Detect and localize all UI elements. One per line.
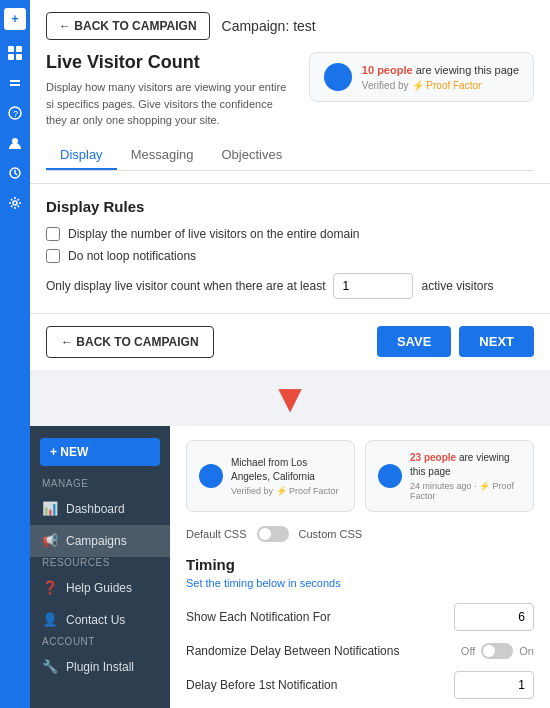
campaigns-nav-icon: 📢 xyxy=(42,533,58,549)
randomize-toggle-group: Off On xyxy=(461,643,534,659)
timing-label-1: Show Each Notification For xyxy=(186,610,454,624)
css-toggle[interactable] xyxy=(257,526,289,542)
timing-row-3: Delay Before 1st Notification xyxy=(186,671,534,699)
display-rules-section: Display Rules Display the number of live… xyxy=(30,184,550,313)
timing-section: Timing Set the timing below in seconds S… xyxy=(186,556,534,709)
help-nav-icon: ❓ xyxy=(42,580,58,596)
timing-row-2: Randomize Delay Between Notifications Of… xyxy=(186,643,534,659)
campaign-title: Campaign: test xyxy=(222,18,316,34)
notif-dot-icon xyxy=(324,63,352,91)
logo-icon: + xyxy=(11,12,18,26)
sidebar-item-help[interactable]: ❓ Help Guides xyxy=(30,572,170,604)
inline-visitor-rule: Only display live visitor count when the… xyxy=(46,273,534,299)
tab-objectives[interactable]: Objectives xyxy=(208,141,297,170)
default-css-label: Default CSS xyxy=(186,528,247,540)
top-action-bar: ← BACK TO CAMPAIGN SAVE NEXT xyxy=(30,313,550,370)
main-content: ← BACK TO CAMPAIGN Campaign: test Live V… xyxy=(30,0,550,708)
notif-card-2-content: 23 people are viewing this page 24 minut… xyxy=(410,451,521,501)
action-buttons: SAVE NEXT xyxy=(377,326,534,357)
plugin-nav-icon: 🔧 xyxy=(42,659,58,675)
contact-nav-label: Contact Us xyxy=(66,613,125,627)
dashboard-icon[interactable] xyxy=(4,42,26,64)
notif-card-1-name: Michael from Los Angeles, California xyxy=(231,456,342,484)
notif-content: 10 people are viewing this page Verified… xyxy=(362,63,519,91)
custom-css-label: Custom CSS xyxy=(299,528,363,540)
timing-input-1[interactable] xyxy=(454,603,534,631)
notif-verified: Verified by ⚡ Proof Factor xyxy=(362,80,519,91)
help-nav-label: Help Guides xyxy=(66,581,132,595)
settings-icon[interactable] xyxy=(4,192,26,214)
manage-label: Manage xyxy=(30,478,170,489)
notif-preview-row: Michael from Los Angeles, California Ver… xyxy=(186,440,534,512)
live-visitor-section: Live Visitor Count Display how many visi… xyxy=(46,52,534,129)
help-icon[interactable]: ? xyxy=(4,102,26,124)
notif-card-2: 23 people are viewing this page 24 minut… xyxy=(365,440,534,512)
notif-card-2-highlight: 23 people xyxy=(410,452,456,463)
notif-highlight: 10 people xyxy=(362,64,413,76)
bottom-section: + NEW Manage 📊 Dashboard 📢 Campaigns Res… xyxy=(30,426,550,709)
checkbox-entire-domain[interactable] xyxy=(46,227,60,241)
dashboard-nav-icon: 📊 xyxy=(42,501,58,517)
sidebar-item-campaigns[interactable]: 📢 Campaigns xyxy=(30,525,170,557)
visitor-count-input[interactable] xyxy=(333,273,413,299)
svg-rect-3 xyxy=(16,54,22,60)
dashboard-nav-label: Dashboard xyxy=(66,502,125,516)
logo[interactable]: + xyxy=(4,8,26,30)
svg-point-8 xyxy=(13,201,17,205)
toggle-on-label: On xyxy=(519,645,534,657)
arrow-section: ▼ xyxy=(30,370,550,426)
timing-label-3: Delay Before 1st Notification xyxy=(186,678,454,692)
timing-subtitle: Set the timing below in seconds xyxy=(186,577,534,589)
display-rules-heading: Display Rules xyxy=(46,198,534,215)
toggle-off-label: Off xyxy=(461,645,475,657)
inline-rule-suffix: active visitors xyxy=(421,279,493,293)
sidebar-item-dashboard[interactable]: 📊 Dashboard xyxy=(30,493,170,525)
checkbox-row-1: Display the number of live visitors on t… xyxy=(46,227,534,241)
campaigns-icon[interactable] xyxy=(4,72,26,94)
svg-rect-2 xyxy=(8,54,14,60)
notif-card-2-text: 23 people are viewing this page xyxy=(410,451,521,479)
checkbox-label-1: Display the number of live visitors on t… xyxy=(68,227,359,241)
css-toggle-group[interactable] xyxy=(257,526,289,542)
checkbox-no-loop[interactable] xyxy=(46,249,60,263)
notif-card-1-sub: Verified by ⚡ Proof Factor xyxy=(231,486,342,496)
resources-label: Resources xyxy=(30,557,170,568)
svg-rect-0 xyxy=(8,46,14,52)
notif-card-1: Michael from Los Angeles, California Ver… xyxy=(186,440,355,512)
live-visitor-description: Live Visitor Count Display how many visi… xyxy=(46,52,293,129)
save-button-top[interactable]: SAVE xyxy=(377,326,451,357)
sidebar-item-plugin[interactable]: 🔧 Plugin Install xyxy=(30,651,170,683)
timing-input-3[interactable] xyxy=(454,671,534,699)
svg-rect-1 xyxy=(16,46,22,52)
notification-preview: 10 people are viewing this page Verified… xyxy=(309,52,534,102)
top-panel: ← BACK TO CAMPAIGN Campaign: test Live V… xyxy=(30,0,550,184)
sidebar-item-contact[interactable]: 👤 Contact Us xyxy=(30,604,170,636)
inline-rule-prefix: Only display live visitor count when the… xyxy=(46,279,325,293)
timing-row-1: Show Each Notification For xyxy=(186,603,534,631)
css-toggle-row: Default CSS Custom CSS xyxy=(186,526,534,542)
left-sidebar: + ? xyxy=(0,0,30,708)
back-to-campaign-button-top[interactable]: ← BACK TO CAMPAIGN xyxy=(46,12,210,40)
verified-text-1: Verified by ⚡ Proof Factor xyxy=(231,486,339,496)
next-button[interactable]: NEXT xyxy=(459,326,534,357)
notif-card-2-sub-text: 24 minutes ago · ⚡ Proof Factor xyxy=(410,481,521,501)
notif-text: 10 people are viewing this page xyxy=(362,63,519,78)
live-visitor-heading: Live Visitor Count xyxy=(46,52,293,73)
checkbox-row-2: Do not loop notifications xyxy=(46,249,534,263)
notif-card-2-dot xyxy=(378,464,402,488)
campaigns-nav-label: Campaigns xyxy=(66,534,127,548)
tab-bar: Display Messaging Objectives xyxy=(46,141,534,171)
tab-display[interactable]: Display xyxy=(46,141,117,170)
svg-text:?: ? xyxy=(13,109,18,119)
notif-card-1-dot xyxy=(199,464,223,488)
down-arrow-icon: ▼ xyxy=(270,378,310,418)
tab-messaging[interactable]: Messaging xyxy=(117,141,208,170)
timing-label-2: Randomize Delay Between Notifications xyxy=(186,644,461,658)
contact-nav-icon: 👤 xyxy=(42,612,58,628)
contact-icon[interactable] xyxy=(4,132,26,154)
back-campaign-button-middle[interactable]: ← BACK TO CAMPAIGN xyxy=(46,326,214,358)
randomize-toggle[interactable] xyxy=(481,643,513,659)
timing-heading: Timing xyxy=(186,556,534,573)
plugin-icon[interactable] xyxy=(4,162,26,184)
new-button[interactable]: + NEW xyxy=(40,438,160,466)
